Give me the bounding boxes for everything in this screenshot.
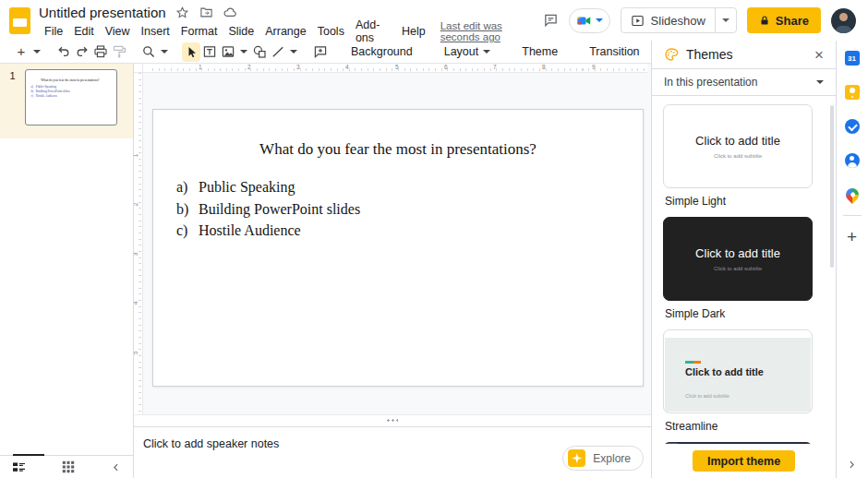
- insert-comment-button[interactable]: [311, 42, 330, 62]
- user-avatar[interactable]: [831, 8, 856, 33]
- new-slide-button[interactable]: +: [12, 42, 30, 62]
- insert-shape-button[interactable]: [250, 42, 269, 62]
- slide-filmstrip: 1 What do you fear the most in presentat…: [0, 64, 134, 478]
- zoom-dropdown-caret[interactable]: [158, 50, 171, 54]
- speaker-notes-panel: Click to add speaker notes Explore: [134, 426, 651, 478]
- slide-body-list[interactable]: a)Public Speaking b)Building PowerPoint …: [176, 176, 643, 242]
- section-label: In this presentation: [664, 76, 757, 89]
- streamline-accent-dash: [685, 361, 701, 364]
- menu-edit[interactable]: Edit: [68, 24, 100, 39]
- transition-button[interactable]: Transition: [579, 45, 649, 58]
- print-button[interactable]: [91, 42, 110, 62]
- share-label: Share: [776, 14, 809, 28]
- get-addons-button[interactable]: +: [847, 228, 857, 245]
- new-slide-dropdown-caret[interactable]: [30, 50, 43, 54]
- theme-name: Simple Light: [665, 195, 825, 208]
- redo-button[interactable]: [73, 42, 91, 62]
- slide-page[interactable]: What do you fear the most in presentatio…: [152, 109, 644, 387]
- menu-slide[interactable]: Slide: [223, 24, 259, 39]
- vertical-ruler: 1 2 3 4 5: [134, 73, 143, 414]
- themes-scrollbar[interactable]: [830, 105, 834, 268]
- slideshow-button[interactable]: Slideshow: [621, 8, 715, 32]
- menu-help[interactable]: Help: [396, 24, 431, 39]
- drag-handle-dots[interactable]: [386, 419, 398, 422]
- keep-icon[interactable]: [844, 84, 861, 101]
- menu-view[interactable]: View: [100, 24, 136, 39]
- share-button[interactable]: Share: [747, 7, 821, 33]
- horizontal-ruler: 1 2 3 4 5 6 7 8 9: [143, 64, 647, 73]
- line-dropdown-caret[interactable]: [287, 50, 300, 54]
- meet-dropdown-caret[interactable]: [596, 18, 603, 22]
- comment-history-icon[interactable]: [543, 13, 559, 29]
- menu-insert[interactable]: Insert: [136, 24, 175, 39]
- section-chevron-down-icon: [816, 80, 824, 84]
- filmstrip-selected-region: 1 What do you fear the most in presentat…: [0, 64, 133, 138]
- slide-number: 1: [0, 69, 25, 138]
- undo-button[interactable]: [54, 42, 73, 62]
- tasks-icon[interactable]: [844, 118, 861, 135]
- paint-format-button[interactable]: [110, 42, 128, 62]
- list-item: c)Hostile Audience: [176, 220, 643, 242]
- menu-tools[interactable]: Tools: [312, 24, 350, 39]
- app-header: Untitled presentation File Edit View Ins…: [0, 0, 868, 41]
- collapse-filmstrip-chevron[interactable]: [111, 462, 121, 472]
- explore-label: Explore: [593, 452, 631, 465]
- in-this-presentation-dropdown[interactable]: In this presentation: [652, 69, 836, 96]
- hide-side-panel-chevron[interactable]: [847, 460, 857, 470]
- active-view-indicator: [13, 454, 44, 456]
- close-panel-icon[interactable]: ×: [814, 47, 824, 63]
- slide-title[interactable]: What do you fear the most in presentatio…: [153, 140, 643, 159]
- theme-name: Streamline: [665, 420, 825, 433]
- cloud-status-icon[interactable]: [223, 5, 238, 20]
- thumbnail-item: Hostile Audience: [36, 94, 57, 99]
- themes-panel: Themes × In this presentation Click to a…: [651, 41, 836, 478]
- slideshow-button-group: Slideshow: [621, 7, 737, 33]
- filmstrip-footer: [0, 455, 133, 478]
- menu-format[interactable]: Format: [175, 24, 223, 39]
- theme-card-simple-light[interactable]: Click to add title Click to add subtitle: [663, 104, 813, 188]
- slide-canvas[interactable]: 1 2 3 4 5 6 7 8 9 1 2 3 4: [134, 64, 651, 426]
- theme-card-partial[interactable]: [663, 442, 813, 444]
- layout-button[interactable]: Layout: [434, 45, 501, 58]
- image-dropdown-caret[interactable]: [237, 50, 250, 54]
- thumbnail-slide-title: What do you fear the most in presentatio…: [26, 78, 115, 82]
- menu-bar: File Edit View Insert Format Slide Arran…: [39, 23, 543, 41]
- last-edit-status[interactable]: Last edit was seconds ago: [440, 20, 543, 42]
- menu-file[interactable]: File: [39, 24, 68, 39]
- themes-list: Click to add title Click to add subtitle…: [652, 96, 836, 444]
- theme-button[interactable]: Theme: [512, 45, 568, 58]
- palette-icon: [664, 47, 679, 62]
- menu-arrange[interactable]: Arrange: [259, 24, 311, 39]
- explore-button[interactable]: Explore: [562, 446, 644, 471]
- document-title[interactable]: Untitled presentation: [39, 5, 166, 20]
- calendar-icon[interactable]: 31: [844, 50, 861, 66]
- contacts-icon[interactable]: [844, 152, 861, 169]
- zoom-button[interactable]: [139, 42, 158, 62]
- google-slides-logo-icon[interactable]: [9, 7, 30, 34]
- grid-view-button[interactable]: [62, 460, 75, 473]
- star-icon[interactable]: [175, 5, 190, 20]
- move-folder-icon[interactable]: [199, 5, 214, 20]
- toolbar: +: [0, 41, 651, 64]
- layout-label: Layout: [444, 45, 479, 58]
- import-theme-button[interactable]: Import theme: [693, 450, 795, 472]
- slideshow-dropdown-caret[interactable]: [715, 8, 736, 32]
- ruler-corner: [134, 64, 143, 73]
- list-item: b)Building PowerPoint slides: [176, 198, 643, 221]
- theme-card-streamline[interactable]: Click to add title Click to add subtitle: [663, 329, 813, 413]
- insert-line-button[interactable]: [269, 42, 287, 62]
- theme-card-simple-dark[interactable]: Click to add title Click to add subtitle: [663, 217, 813, 301]
- slide-thumbnail[interactable]: What do you fear the most in presentatio…: [25, 69, 117, 125]
- insert-image-button[interactable]: [219, 42, 237, 62]
- text-box-tool-button[interactable]: [200, 42, 219, 62]
- background-button[interactable]: Background: [341, 45, 423, 58]
- google-side-rail: 31 +: [836, 41, 867, 478]
- notes-resize-strip[interactable]: [134, 414, 651, 426]
- rail-divider: [843, 215, 862, 216]
- list-item: a)Public Speaking: [176, 176, 643, 198]
- themes-panel-title: Themes: [686, 47, 733, 62]
- google-meet-button[interactable]: [569, 8, 610, 33]
- select-tool-button[interactable]: [182, 42, 200, 62]
- filmstrip-view-button[interactable]: [12, 461, 26, 473]
- maps-icon[interactable]: [844, 186, 861, 203]
